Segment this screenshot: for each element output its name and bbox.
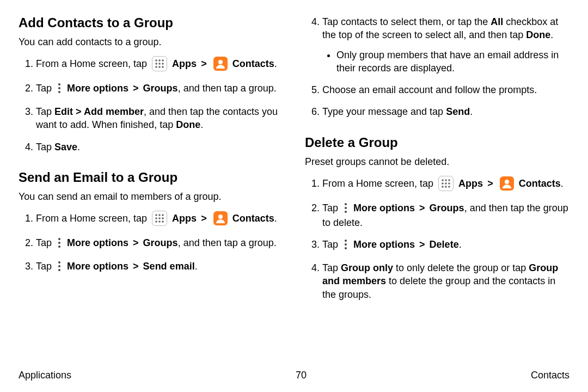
separator: > [199,213,209,224]
steps-delete-group: From a Home screen, tap Apps > Contacts.… [305,176,569,301]
text: . [77,142,80,152]
groups-label: Groups [143,237,178,248]
delete-label: Delete [430,239,459,250]
heading-delete-group: Delete a Group [305,135,569,151]
contacts-icon [213,211,228,225]
step: Tap Group only to only delete the group … [322,261,569,301]
step: From a Home screen, tap Apps > Contacts. [322,176,569,193]
more-options-label: More options [353,203,415,213]
separator: > [486,178,495,189]
apps-label: Apps [458,178,483,189]
text: Type your message and tap [322,106,446,117]
footer-right: Contacts [531,370,569,381]
step: From a Home screen, tap Apps > Contacts. [36,211,283,228]
columns: Add Contacts to a Group You can add cont… [19,15,569,367]
contacts-label: Contacts [232,58,274,69]
all-label: All [491,16,503,27]
text: From a Home screen, tap [322,178,433,189]
separator: > [131,237,140,248]
page: Add Contacts to a Group You can add cont… [0,0,588,392]
text: Tap [36,106,54,117]
right-column: Tap contacts to select them, or tap the … [305,15,569,367]
text: to only delete the group or tap [393,262,529,273]
more-options-label: More options [67,261,128,272]
done-label: Done [176,119,200,130]
left-column: Add Contacts to a Group You can add cont… [19,15,283,367]
text: Tap [322,239,338,250]
separator: > [418,239,427,250]
intro-send-email: You can send an email to members of a gr… [19,190,283,203]
edit-label: Edit [54,106,73,117]
text: , and then tap a group. [178,237,277,248]
text: Tap contacts to select them, or tap the [322,16,491,27]
apps-icon [438,176,454,191]
done-label: Done [526,29,550,40]
step: Tap More options > Delete. [322,238,569,253]
step: Tap contacts to select them, or tap the … [322,15,569,75]
save-label: Save [54,142,77,152]
contacts-icon [500,176,514,191]
step: From a Home screen, tap Apps > Contacts. [36,56,283,73]
bullet: Only group members that have an email ad… [336,48,569,75]
groups-label: Groups [430,203,464,213]
send-email-label: Send email [143,261,195,272]
text: . [274,58,277,69]
contacts-label: Contacts [519,178,561,189]
text: Tap [36,237,52,248]
step: Tap More options > Groups, and then tap … [36,236,283,251]
apps-label: Apps [172,213,197,224]
step: Tap More options > Groups, and then tap … [36,82,283,96]
more-options-icon [56,260,63,273]
steps-send-email: From a Home screen, tap Apps > Contacts.… [19,211,283,274]
text: From a Home screen, tap [36,58,147,69]
text: . [550,29,553,40]
footer: Applications 70 Contacts [19,367,569,381]
step: Tap Save. [36,140,283,154]
separator: > [131,83,140,94]
separator: > [131,261,140,272]
text: . [274,213,277,224]
heading-add-contacts: Add Contacts to a Group [19,15,283,31]
text: Tap [36,83,52,94]
group-only-label: Group only [341,262,393,273]
more-options-label: More options [67,83,128,94]
text: Tap [36,142,54,152]
more-options-label: More options [353,239,415,250]
text: . [459,239,462,250]
separator: > [199,58,209,69]
text: Tap [36,261,52,272]
sub-bullets: Only group members that have an email ad… [322,48,569,75]
step: Tap Edit > Add member, and then tap the … [36,105,283,132]
steps-send-email-continued: Tap contacts to select them, or tap the … [305,15,569,119]
step: Tap More options > Send email. [36,260,283,274]
page-number: 70 [296,370,307,381]
text: From a Home screen, tap [36,213,147,224]
text: Tap [322,203,338,213]
more-options-label: More options [67,237,128,248]
text: Tap [322,262,341,273]
apps-icon [152,56,167,71]
send-label: Send [446,106,470,117]
more-options-icon [56,236,63,249]
text: . [195,261,198,272]
apps-icon [152,211,167,226]
steps-add-contacts: From a Home screen, tap Apps > Contacts.… [19,56,283,154]
step: Choose an email account and follow the p… [322,83,569,96]
footer-left: Applications [19,370,71,381]
text: . [200,119,203,130]
add-member-label: Add member [84,106,144,117]
intro-delete-group: Preset groups cannot be deleted. [305,155,569,168]
apps-label: Apps [172,58,197,69]
intro-add-contacts: You can add contacts to a group. [19,35,283,48]
more-options-icon [342,238,350,251]
more-options-icon [56,82,63,95]
step: Tap More options > Groups, and then tap … [322,201,569,229]
separator: > [418,203,427,213]
heading-send-email: Send an Email to a Group [19,170,283,186]
groups-label: Groups [143,83,178,94]
text: . [561,178,564,189]
contacts-label: Contacts [232,213,274,224]
separator: > [73,106,84,117]
contacts-icon [213,57,228,71]
text: . [470,106,473,117]
